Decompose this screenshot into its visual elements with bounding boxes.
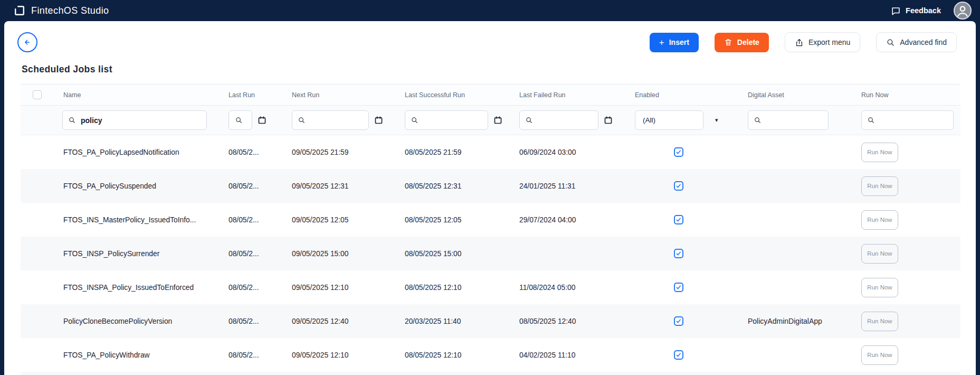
last-successful-run-value: 08/05/2025 12:10 xyxy=(404,351,518,359)
job-name: FTOS_INSPA_Policy_IssuedToEnforced xyxy=(53,284,227,292)
export-menu-label: Export menu xyxy=(808,38,850,46)
last-successful-run-value: 08/05/2025 15:00 xyxy=(404,250,518,258)
search-icon xyxy=(298,116,306,124)
enabled-checkbox[interactable] xyxy=(674,283,683,292)
run-now-button[interactable]: Run Now xyxy=(861,312,898,331)
last-failed-run-value: 11/08/2024 05:00 xyxy=(518,284,634,292)
calendar-icon[interactable] xyxy=(604,116,613,125)
last-run-value: 08/05/2... xyxy=(227,182,291,190)
filter-name-cell xyxy=(53,110,227,130)
filter-run-now-cell xyxy=(860,110,960,130)
table-row[interactable]: FTOS_INS_MasterPolicy_IssuedToInfo... 08… xyxy=(21,203,960,237)
chat-bubble-icon xyxy=(891,6,901,16)
enabled-cell xyxy=(634,283,747,292)
last-failed-run-value: 06/09/2024 03:00 xyxy=(518,148,634,156)
top-bar: FintechOS Studio Feedback xyxy=(0,0,980,21)
search-icon xyxy=(235,116,243,124)
table-filter-row: (All) ▾ xyxy=(21,106,960,135)
filter-enabled-cell: (All) ▾ xyxy=(634,110,747,130)
table-row[interactable]: PolicyCloneBecomePolicyVersion 08/05/2..… xyxy=(21,304,960,338)
run-now-cell: Run Now xyxy=(860,345,960,365)
run-now-cell: Run Now xyxy=(860,312,960,331)
select-all-cell xyxy=(21,90,53,99)
page-title: Scheduled Jobs list xyxy=(22,64,976,75)
search-icon xyxy=(886,38,895,47)
last-failed-run-value: 04/02/2025 11:10 xyxy=(518,351,634,359)
last-failed-run-value: 08/05/2025 12:40 xyxy=(518,317,634,325)
run-now-button[interactable]: Run Now xyxy=(861,143,898,162)
chevron-down-icon[interactable]: ▾ xyxy=(715,117,718,124)
fintechos-logo-icon xyxy=(14,5,25,16)
next-run-value: 09/05/2025 12:10 xyxy=(291,351,404,359)
delete-button[interactable]: Delete xyxy=(715,33,769,52)
select-all-checkbox[interactable] xyxy=(33,90,42,99)
enabled-cell xyxy=(634,249,747,258)
table-row[interactable]: FTOS_INSP_PolicySurrender 08/05/2... 09/… xyxy=(21,237,960,270)
search-icon xyxy=(525,116,533,124)
last-run-value: 08/05/2... xyxy=(227,317,291,325)
export-icon xyxy=(795,38,804,47)
last-successful-run-value: 08/05/2025 21:59 xyxy=(404,148,518,156)
calendar-icon[interactable] xyxy=(493,116,502,125)
enabled-checkbox[interactable] xyxy=(674,215,683,224)
column-header-digital-asset[interactable]: Digital Asset xyxy=(747,91,860,99)
feedback-button[interactable]: Feedback xyxy=(891,6,941,16)
table-row[interactable]: FTOS_PA_PolicyLapsedNotification 08/05/2… xyxy=(21,135,960,169)
table-row[interactable]: FTOS_INSPA_Policy_IssuedToEnforced 08/05… xyxy=(21,270,960,304)
back-button[interactable] xyxy=(17,32,37,52)
run-now-button[interactable]: Run Now xyxy=(861,176,898,196)
toolbar-buttons: + Insert Delete Export menu Advanced fi xyxy=(650,32,957,52)
enabled-cell xyxy=(634,350,747,360)
run-now-button[interactable]: Run Now xyxy=(861,210,898,230)
delete-label: Delete xyxy=(737,38,759,46)
run-now-button[interactable]: Run Now xyxy=(861,345,898,365)
column-header-enabled[interactable]: Enabled xyxy=(634,91,747,99)
job-name: FTOS_PA_PolicySuspended xyxy=(53,182,227,190)
job-name: FTOS_INSP_PolicySurrender xyxy=(53,250,227,258)
name-filter-input[interactable] xyxy=(62,110,207,130)
table-row[interactable]: FTOS_PA_PolicySuspended 08/05/2... 09/05… xyxy=(21,169,960,203)
column-header-last-run[interactable]: Last Run xyxy=(227,91,291,99)
enabled-checkbox[interactable] xyxy=(674,181,683,191)
last-run-value: 08/05/2... xyxy=(227,351,291,359)
next-run-value: 09/05/2025 12:05 xyxy=(291,216,404,224)
calendar-icon[interactable] xyxy=(374,116,383,125)
export-menu-button[interactable]: Export menu xyxy=(785,32,860,52)
run-now-button[interactable]: Run Now xyxy=(861,244,898,264)
column-header-last-successful-run[interactable]: Last Successful Run xyxy=(404,91,518,99)
next-run-value: 09/05/2025 21:59 xyxy=(291,148,404,156)
last-failed-run-value: 29/07/2024 04:00 xyxy=(518,216,634,224)
user-avatar[interactable] xyxy=(954,2,972,20)
column-header-run-now[interactable]: Run Now xyxy=(860,91,960,99)
column-header-next-run[interactable]: Next Run xyxy=(291,91,404,99)
column-header-name[interactable]: Name xyxy=(53,91,227,99)
filter-digital-asset-cell xyxy=(747,110,860,130)
job-name: FTOS_PA_PolicyLapsedNotification xyxy=(53,148,227,156)
insert-button[interactable]: + Insert xyxy=(650,33,699,52)
last-successful-run-value: 08/05/2025 12:10 xyxy=(404,284,518,292)
last-successful-run-value: 20/03/2025 11:40 xyxy=(404,317,518,325)
next-run-value: 09/05/2025 15:00 xyxy=(291,250,404,258)
calendar-icon[interactable] xyxy=(258,116,267,125)
enabled-checkbox[interactable] xyxy=(674,316,683,326)
search-icon xyxy=(754,116,762,124)
enabled-cell xyxy=(634,316,747,326)
scheduled-jobs-table: Name Last Run Next Run Last Successful R… xyxy=(21,84,960,375)
filter-last-run-cell xyxy=(227,110,291,130)
enabled-filter-select[interactable]: (All) xyxy=(635,110,703,130)
enabled-checkbox[interactable] xyxy=(674,147,683,157)
enabled-cell xyxy=(634,147,747,157)
run-now-cell: Run Now xyxy=(860,278,960,297)
last-run-value: 08/05/2... xyxy=(227,216,291,224)
next-run-value: 09/05/2025 12:40 xyxy=(291,317,404,325)
enabled-checkbox[interactable] xyxy=(674,350,683,360)
run-now-cell: Run Now xyxy=(860,244,960,264)
column-header-last-failed-run[interactable]: Last Failed Run xyxy=(518,91,634,99)
next-run-value: 09/05/2025 12:31 xyxy=(291,182,404,190)
arrow-left-icon xyxy=(22,37,33,48)
run-now-filter-input[interactable] xyxy=(861,110,954,130)
enabled-checkbox[interactable] xyxy=(674,249,683,258)
run-now-button[interactable]: Run Now xyxy=(861,278,898,297)
table-row[interactable]: FTOS_PA_PolicyWithdraw 08/05/2... 09/05/… xyxy=(21,338,960,372)
advanced-find-button[interactable]: Advanced find xyxy=(876,32,957,52)
